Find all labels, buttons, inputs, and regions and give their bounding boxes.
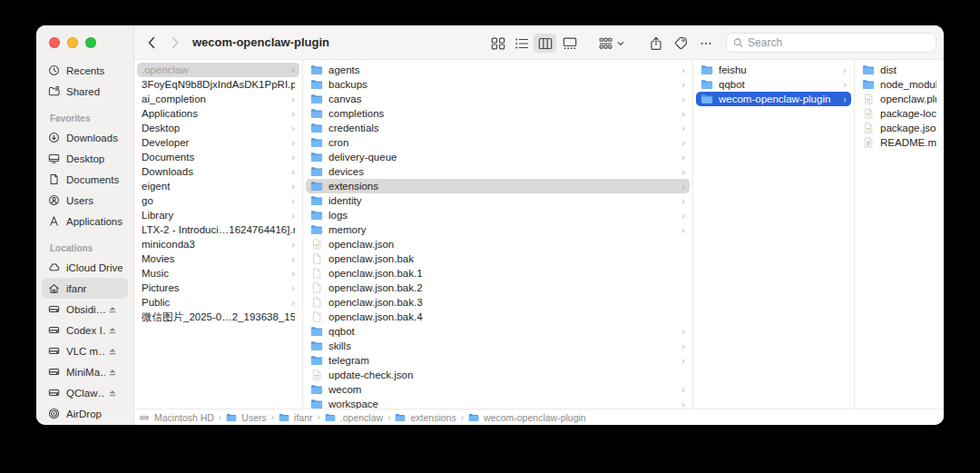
file-row[interactable]: Desktop› — [137, 121, 299, 135]
sidebar-item-qclaw[interactable]: QClaw… — [42, 382, 128, 403]
file-row[interactable]: openclaw.json.bak.3 — [306, 295, 690, 310]
sidebar-item-obsidi[interactable]: Obsidi… — [42, 299, 128, 320]
search-input[interactable] — [748, 36, 929, 49]
file-row[interactable]: package.json — [858, 121, 941, 135]
file-row[interactable]: .openclaw› — [137, 63, 299, 77]
file-row[interactable]: skills› — [306, 339, 690, 353]
file-row[interactable]: LTX-2 - Introduci…1624764416].mp4 — [137, 222, 299, 237]
file-row[interactable]: README.md — [858, 135, 941, 150]
file-row[interactable]: update-check.json — [306, 368, 690, 382]
file-row[interactable]: cron› — [306, 135, 690, 150]
file-row[interactable]: identity› — [306, 193, 690, 208]
file-row[interactable]: wecom-openclaw-plugin› — [696, 92, 851, 106]
sidebar-item-codex-i[interactable]: Codex I… — [42, 320, 128, 340]
file-row[interactable]: Documents› — [137, 150, 299, 164]
sidebar-item-vlc-m[interactable]: VLC m… — [42, 340, 128, 361]
path-item[interactable]: Macintosh HD — [139, 412, 214, 423]
file-row[interactable]: agents› — [306, 63, 690, 77]
clock-icon — [47, 64, 61, 77]
eject-icon[interactable] — [108, 326, 117, 335]
file-row[interactable]: openclaw.json.bak.4 — [306, 310, 690, 324]
file-row[interactable]: Developer› — [137, 135, 299, 150]
path-item-label: extensions — [410, 412, 456, 423]
file-row[interactable]: openclaw.json.bak — [306, 251, 690, 266]
search-field[interactable] — [726, 33, 936, 53]
eject-icon[interactable] — [108, 368, 117, 377]
path-item[interactable]: extensions — [395, 412, 456, 423]
sidebar-item-applications[interactable]: Applications — [42, 211, 128, 232]
file-row[interactable]: Public› — [137, 295, 299, 310]
more-actions-button[interactable] — [694, 34, 717, 53]
eject-icon[interactable] — [108, 305, 117, 314]
file-name: Documents — [142, 152, 288, 163]
file-row[interactable]: telegram› — [306, 353, 690, 368]
path-item[interactable]: Users — [226, 412, 266, 423]
file-row[interactable]: credentials› — [306, 121, 690, 135]
file-row[interactable]: canvas› — [306, 92, 690, 106]
file-row[interactable]: qqbot› — [306, 324, 690, 339]
file-row[interactable]: 3FoyEqN9b8DjxIndAsDK1PpRI.png — [137, 77, 299, 92]
column-view-button[interactable] — [534, 34, 556, 53]
sidebar-item-recents[interactable]: Recents — [42, 60, 128, 81]
file-row[interactable]: logs› — [306, 208, 690, 222]
path-item[interactable]: wecom-openclaw-plugin — [468, 412, 586, 423]
file-row[interactable]: qqbot› — [696, 77, 851, 92]
file-row[interactable]: feishu› — [696, 63, 851, 77]
file-row[interactable]: wecom› — [306, 382, 690, 397]
sidebar-item-airdrop[interactable]: AirDrop — [42, 403, 128, 424]
file-row[interactable]: dist — [858, 63, 941, 77]
path-item[interactable]: .openclaw — [325, 412, 383, 423]
file-row[interactable]: Library› — [137, 208, 299, 222]
file-row[interactable]: eigent› — [137, 179, 299, 193]
file-row[interactable]: workspace› — [306, 397, 690, 409]
file-row[interactable]: 微信图片_2025-0…2_193638_157.png — [137, 310, 299, 324]
sidebar-item-downloads[interactable]: Downloads — [42, 127, 128, 148]
back-button[interactable] — [142, 33, 162, 53]
path-item[interactable]: ifanr — [279, 412, 312, 423]
file-row[interactable]: node_modules — [858, 77, 941, 92]
file-row[interactable]: completions› — [306, 106, 690, 121]
file-row[interactable]: extensions› — [306, 179, 690, 193]
file-row[interactable]: delivery-queue› — [306, 150, 690, 164]
gallery-view-button[interactable] — [558, 34, 581, 53]
sidebar-item-shared[interactable]: Shared — [42, 81, 128, 102]
sidebar-item-documents[interactable]: Documents — [42, 169, 128, 190]
sidebar-item-icloud-drive[interactable]: iCloud Drive — [42, 257, 128, 278]
eject-icon[interactable] — [108, 389, 117, 398]
sidebar-item-label: Obsidi… — [66, 304, 105, 315]
file-row[interactable]: openclaw.plugin — [858, 92, 941, 106]
file-row[interactable]: Movies› — [137, 251, 299, 266]
file-row[interactable]: go› — [137, 193, 299, 208]
sidebar-item-desktop[interactable]: Desktop — [42, 148, 128, 169]
sidebar-item-ifanr[interactable]: ifanr — [42, 278, 128, 299]
sidebar-item-users[interactable]: Users — [42, 190, 128, 211]
eject-icon[interactable] — [108, 347, 117, 356]
forward-button[interactable] — [165, 33, 185, 53]
file-row[interactable]: openclaw.json.bak.1 — [306, 266, 690, 281]
file-row[interactable]: Music› — [137, 266, 299, 281]
file-row[interactable]: Applications› — [137, 106, 299, 121]
path-bar: Macintosh HD›Users›ifanr›.openclaw›exten… — [134, 409, 944, 425]
file-row[interactable]: devices› — [306, 164, 690, 179]
file-row[interactable]: backups› — [306, 77, 690, 92]
file-row[interactable]: memory› — [306, 222, 690, 237]
file-row[interactable]: ai_completion› — [137, 92, 299, 106]
path-separator: › — [219, 412, 221, 422]
share-button[interactable] — [644, 34, 667, 53]
file-row[interactable]: openclaw.json.bak.2 — [306, 281, 690, 295]
sidebar-item-minima[interactable]: MiniMa… — [42, 361, 128, 382]
list-view-button[interactable] — [510, 34, 533, 53]
minimize-window-button[interactable] — [67, 37, 78, 48]
close-window-button[interactable] — [49, 37, 60, 48]
file-row[interactable]: miniconda3› — [137, 237, 299, 251]
file-name: wecom-openclaw-plugin — [719, 94, 839, 104]
column-extensions: feishu›qqbot›wecom-openclaw-plugin› — [693, 60, 855, 409]
file-row[interactable]: openclaw.json — [306, 237, 690, 251]
group-by-button[interactable] — [595, 34, 628, 53]
file-row[interactable]: Pictures› — [137, 281, 299, 295]
file-row[interactable]: package-lock.js — [858, 106, 941, 121]
zoom-window-button[interactable] — [85, 37, 96, 48]
file-row[interactable]: Downloads› — [137, 164, 299, 179]
icons-view-button[interactable] — [486, 34, 509, 53]
tag-button[interactable] — [670, 34, 692, 53]
